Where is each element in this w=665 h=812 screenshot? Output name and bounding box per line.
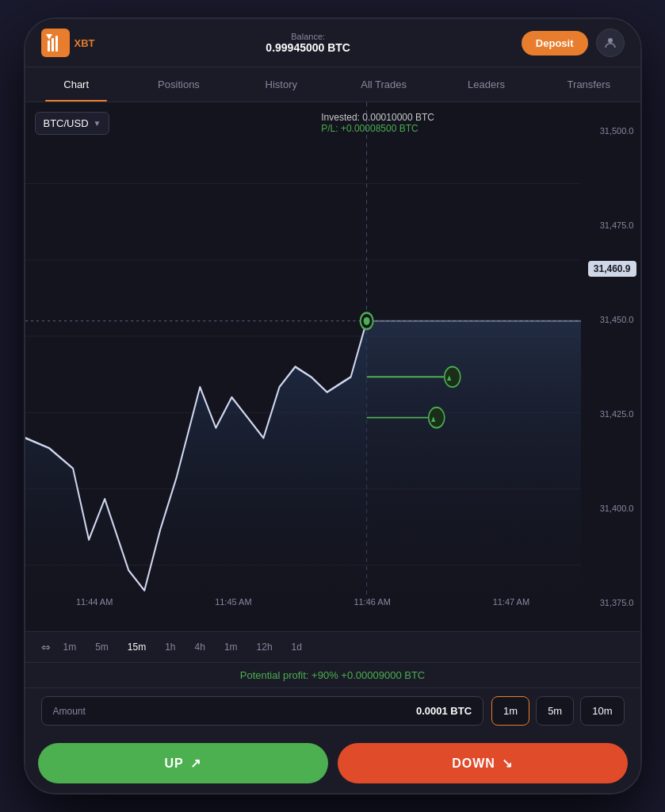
nav-tabs: Chart Positions History All Trades Leade… (25, 67, 640, 102)
tab-positions[interactable]: Positions (128, 67, 230, 102)
logo-icon (41, 29, 70, 57)
interval-15m[interactable]: 15m (121, 638, 152, 656)
duration-5m[interactable]: 5m (536, 696, 574, 726)
svg-rect-1 (52, 38, 54, 52)
invested-value: 0.00010000 BTC (362, 112, 434, 123)
interval-12h[interactable]: 12h (250, 638, 279, 656)
price-level-4: 31,425.0 (587, 409, 634, 419)
interval-1h[interactable]: 1h (159, 638, 182, 656)
tab-all-trades[interactable]: All Trades (332, 67, 434, 102)
interval-4h[interactable]: 4h (189, 638, 212, 656)
balance-section: Balance: 0.99945000 BTC (266, 32, 350, 54)
pair-label: BTC/USD (44, 117, 89, 129)
time-label-3: 11:46 AM (354, 597, 390, 607)
amount-field[interactable]: Amount 0.0001 BTC (41, 696, 484, 726)
pair-selector[interactable]: BTC/USD ▼ (35, 112, 110, 135)
invested-label: Invested: (321, 112, 360, 123)
svg-rect-2 (55, 36, 58, 52)
potential-profit-value: +90% +0.00009000 BTC (311, 669, 425, 681)
svg-rect-0 (48, 40, 50, 52)
pl-line: P/L: +0.00008500 BTC (321, 123, 434, 134)
interval-1d[interactable]: 1d (285, 638, 308, 656)
down-arrow-icon: ↘ (502, 756, 513, 771)
logo-text: XBT (75, 37, 95, 49)
amount-label: Amount (53, 706, 86, 717)
balance-value: 0.99945000 BTC (266, 41, 350, 54)
interval-1m[interactable]: 1m (57, 638, 83, 656)
user-button[interactable] (596, 29, 625, 57)
potential-profit: Potential profit: +90% +0.00009000 BTC (25, 663, 640, 688)
up-arrow-icon: ↗ (190, 756, 201, 771)
price-level-6: 31,375.0 (587, 598, 634, 607)
trade-info: Invested: 0.00010000 BTC P/L: +0.0000850… (321, 112, 434, 134)
chart-toolbar: BTC/USD ▼ (35, 112, 110, 135)
duration-1m[interactable]: 1m (491, 696, 529, 726)
interval-toolbar: ⇔ 1m 5m 15m 1h 4h 1m 12h 1d (25, 631, 640, 663)
duration-buttons: 1m 5m 10m (491, 696, 624, 726)
balance-label: Balance: (266, 32, 350, 41)
current-price-badge: 31,460.9 (588, 261, 636, 277)
chevron-down-icon: ▼ (94, 119, 101, 128)
price-level-1: 31,500.0 (587, 126, 634, 136)
time-axis: 11:44 AM 11:45 AM 11:46 AM 11:47 AM (25, 592, 581, 611)
tab-history[interactable]: History (230, 67, 332, 102)
down-button[interactable]: DOWN ↘ (338, 743, 628, 783)
price-level-2: 31,475.0 (587, 220, 634, 230)
invested-line: Invested: 0.00010000 BTC (321, 112, 434, 123)
up-button[interactable]: UP ↗ (38, 743, 328, 783)
svg-point-4 (608, 38, 613, 43)
price-level-5: 31,400.0 (587, 504, 634, 513)
drag-icon: ⇔ (41, 641, 51, 653)
down-label: DOWN (452, 756, 495, 771)
interval-5m[interactable]: 5m (89, 638, 115, 656)
header: XBT Balance: 0.99945000 BTC Deposit (25, 19, 640, 67)
svg-point-17 (363, 317, 369, 325)
action-buttons: UP ↗ DOWN ↘ (25, 733, 640, 793)
pl-label: P/L: (321, 123, 338, 134)
duration-10m[interactable]: 10m (580, 696, 624, 726)
logo: XBT (41, 29, 95, 57)
deposit-button[interactable]: Deposit (522, 31, 588, 56)
interval-1m-2[interactable]: 1m (218, 638, 244, 656)
potential-profit-label: Potential profit: (240, 669, 309, 681)
tab-transfers[interactable]: Transfers (537, 67, 640, 102)
tab-leaders[interactable]: Leaders (435, 67, 537, 102)
pl-value: +0.00008500 BTC (341, 123, 418, 134)
trade-controls: Amount 0.0001 BTC 1m 5m 10m (25, 688, 640, 733)
svg-text:▲: ▲ (430, 414, 437, 423)
price-chart: ▲ ▲ (25, 102, 581, 631)
svg-text:▲: ▲ (445, 373, 453, 382)
header-actions: Deposit (522, 29, 625, 57)
svg-marker-14 (25, 321, 367, 601)
tab-chart[interactable]: Chart (25, 67, 128, 102)
chart-area: BTC/USD ▼ Invested: 0.00010000 BTC P/L: … (25, 102, 640, 631)
time-label-1: 11:44 AM (76, 597, 113, 607)
time-label-2: 11:45 AM (215, 597, 251, 607)
up-label: UP (164, 756, 183, 771)
amount-value: 0.0001 BTC (416, 705, 472, 717)
time-label-4: 11:47 AM (493, 597, 529, 607)
price-axis: 31,500.0 31,475.0 31,450.0 31,425.0 31,4… (581, 102, 640, 631)
device-frame: XBT Balance: 0.99945000 BTC Deposit Char… (24, 17, 642, 795)
price-level-3: 31,450.0 (587, 315, 634, 324)
svg-marker-3 (46, 34, 52, 40)
